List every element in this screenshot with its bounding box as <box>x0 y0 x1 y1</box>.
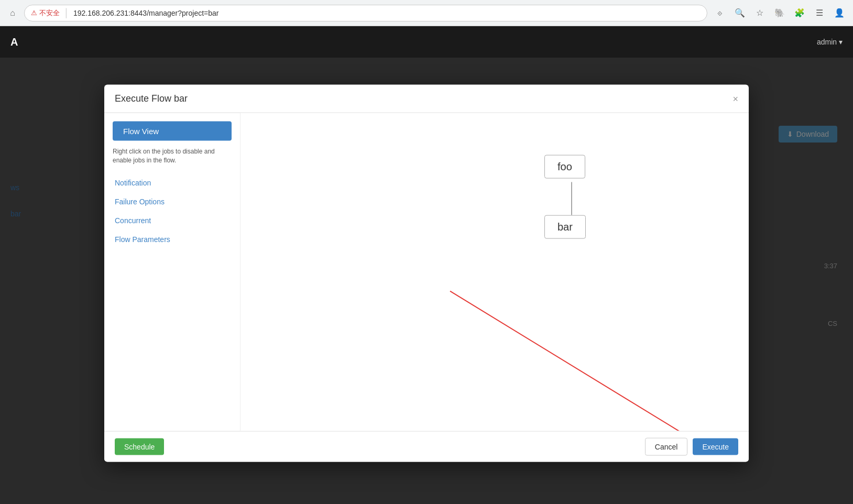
modal-header: Execute Flow bar × <box>104 85 749 113</box>
profile-icon[interactable]: 👤 <box>832 6 847 20</box>
flow-node-bar[interactable]: bar <box>544 215 586 239</box>
modal-footer: Schedule Cancel Execute <box>104 431 749 462</box>
security-warning: ⚠ 不安全 <box>31 8 60 18</box>
schedule-button[interactable]: Schedule <box>115 439 164 455</box>
app-content: ws bar ⬇ Download 3:37 CS Execute Flow b… <box>0 58 853 504</box>
footer-right: Cancel Execute <box>645 438 738 456</box>
browser-nav-icons: ⌂ <box>6 7 19 19</box>
execute-button[interactable]: Execute <box>693 439 738 455</box>
flow-view-button[interactable]: Flow View <box>113 122 232 141</box>
sidebar-item-concurrent[interactable]: Concurrent <box>104 211 240 229</box>
app-header: A admin ▾ <box>0 26 853 58</box>
modal-close-button[interactable]: × <box>732 94 738 103</box>
sidebar-item-failure-options[interactable]: Failure Options <box>104 192 240 211</box>
execute-flow-modal: Execute Flow bar × Flow View Right click… <box>104 85 749 462</box>
admin-label[interactable]: admin ▾ <box>817 38 843 46</box>
warning-icon: ⚠ <box>31 9 37 17</box>
flow-canvas: foo bar <box>240 113 749 431</box>
modal-title: Execute Flow bar <box>115 93 188 104</box>
modal-sidebar: Flow View Right click on the jobs to dis… <box>104 113 240 431</box>
security-warning-text: 不安全 <box>39 8 60 18</box>
cancel-button[interactable]: Cancel <box>645 438 688 456</box>
address-separator: │ <box>64 8 69 18</box>
sidebar-item-notification[interactable]: Notification <box>104 173 240 192</box>
home-icon[interactable]: ⌂ <box>6 7 19 19</box>
svg-line-1 <box>450 291 723 431</box>
menu-icon[interactable]: ☰ <box>812 6 827 20</box>
app-logo: A <box>10 36 18 48</box>
browser-actions: ⟐ 🔍 ☆ 🐘 🧩 ☰ 👤 <box>713 6 847 20</box>
address-text: 192.168.206.231:8443/manager?project=bar <box>73 9 219 17</box>
extensions-icon[interactable]: 🧩 <box>792 6 807 20</box>
address-bar[interactable]: ⚠ 不安全 │ 192.168.206.231:8443/manager?pro… <box>24 5 707 21</box>
search-icon[interactable]: 🔍 <box>732 6 747 20</box>
canvas-svg <box>240 113 749 431</box>
sidebar-item-flow-parameters[interactable]: Flow Parameters <box>104 229 240 248</box>
flow-node-foo[interactable]: foo <box>544 155 585 179</box>
modal-body: Flow View Right click on the jobs to dis… <box>104 113 749 431</box>
browser-chrome: ⌂ ⚠ 不安全 │ 192.168.206.231:8443/manager?p… <box>0 0 853 26</box>
flow-view-hint: Right click on the jobs to disable and e… <box>104 147 240 173</box>
bookmark-icon[interactable]: ☆ <box>752 6 767 20</box>
app-header-right: admin ▾ <box>817 38 843 46</box>
evernote-icon[interactable]: 🐘 <box>772 6 787 20</box>
app-background: A admin ▾ ws bar ⬇ Download 3:37 CS Exec… <box>0 26 853 504</box>
translate-icon[interactable]: ⟐ <box>713 6 727 20</box>
